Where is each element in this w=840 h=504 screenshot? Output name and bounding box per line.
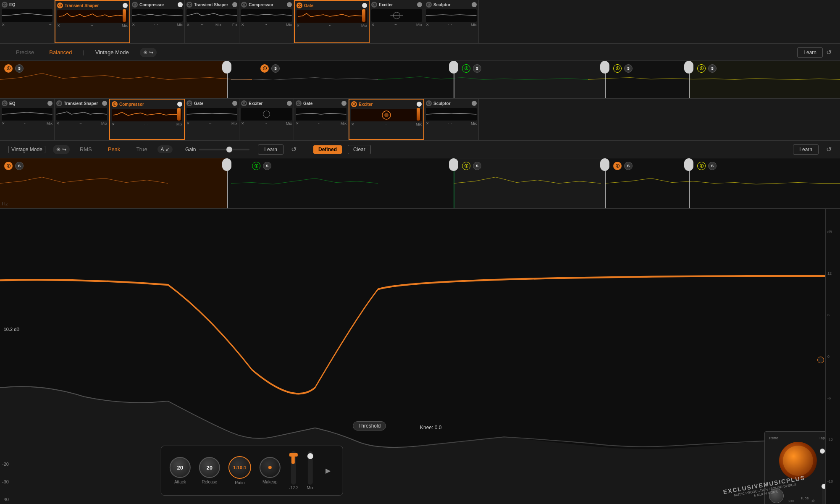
power-btn-transient1[interactable]: ⓘ: [57, 3, 63, 8]
power-btn-eq1[interactable]: ⓘ: [2, 2, 8, 8]
playhead-handle-4[interactable]: [684, 61, 693, 74]
plugin-slot-transient2[interactable]: ⓘ Transient Shaper ✕⋯MixFix: [185, 0, 239, 43]
track2-handle-2[interactable]: [449, 158, 458, 171]
tab-balanced[interactable]: Balanced: [42, 47, 79, 58]
power-btn-eq2[interactable]: ⓘ: [2, 100, 8, 106]
curve-icon[interactable]: ↪: [149, 50, 153, 55]
play-button[interactable]: ▶: [322, 465, 334, 477]
plugin-slot-eq-1[interactable]: ⓘ EQ ✕⋯: [0, 0, 55, 43]
mix-fader-track2[interactable]: [307, 451, 312, 485]
plugin-slot-comp3[interactable]: ⓘ Compressor ✕⋯Mix: [109, 99, 185, 140]
refresh-icon-1[interactable]: ↺: [826, 48, 832, 56]
retro-btn[interactable]: Retro: [769, 436, 778, 440]
power-btn-exciter2[interactable]: ⓘ: [241, 100, 247, 106]
plugin-slot-sculptor1[interactable]: ⓘ Sculptor ✕⋯Mix: [424, 0, 479, 43]
plugin-slot-exciter1[interactable]: ⓘ Exciter ✕⋯Mix: [370, 0, 424, 43]
power-btn-gate2[interactable]: ⓘ: [186, 100, 192, 106]
track-area-1: ⓘ S ⓘ S ⓘ S ⓘ S ⓘ S: [0, 61, 840, 99]
plugin-slot-exciter2[interactable]: ⓘ Exciter ✕⋯Mix: [239, 99, 294, 140]
playhead-handle-1[interactable]: [222, 61, 231, 74]
mix-fader-thumb2[interactable]: [307, 453, 313, 459]
plugin-controls-gate3: ✕⋯Mix: [296, 121, 346, 126]
fader-thumb[interactable]: [289, 453, 298, 457]
a-l-group[interactable]: A ↙: [158, 145, 173, 153]
plugin-slot-gate3[interactable]: ⓘ Gate ✕⋯Mix: [294, 99, 349, 140]
plugin-slot-transient3[interactable]: ⓘ Transient Shaper ✕⋯Mix: [55, 99, 109, 140]
makeup-knob[interactable]: [260, 457, 281, 478]
tab-vintage-mode[interactable]: Vintage Mode: [88, 47, 136, 58]
tab-true[interactable]: True: [130, 144, 153, 155]
track2-handle-3[interactable]: [600, 158, 609, 171]
badge2-s-5: S: [708, 162, 717, 170]
mix-fader-track[interactable]: [291, 451, 296, 485]
waveform-eq2: [2, 108, 52, 121]
gain-slider-thumb[interactable]: [226, 147, 232, 152]
refresh-icon-3[interactable]: ↺: [826, 145, 832, 153]
plugin-slot-sculptor2[interactable]: ⓘ Sculptor ✕⋯Mix: [424, 99, 479, 140]
mix-knob-exciter3[interactable]: [417, 108, 420, 121]
threshold-label: Threshold: [353, 421, 386, 430]
power-btn-transient3[interactable]: ⓘ: [56, 100, 62, 106]
attack-knob[interactable]: 20: [170, 457, 191, 478]
knee-label: Knee: 0.0: [420, 425, 441, 430]
power-btn-comp3[interactable]: ⓘ: [112, 101, 118, 107]
plugin-slot-transient1[interactable]: ⓘ Transient Shaper ✕⋯Mix: [55, 0, 130, 43]
playhead-handle-2[interactable]: [449, 61, 458, 74]
power-btn-gate3[interactable]: ⓘ: [296, 100, 302, 106]
ratio-knob[interactable]: 1:10:1: [228, 456, 251, 479]
tab-rms[interactable]: RMS: [74, 144, 98, 155]
power-btn-exciter1[interactable]: ⓘ: [371, 2, 377, 8]
mode-separator: |: [83, 50, 84, 55]
power-btn-sculptor1[interactable]: ⓘ: [426, 2, 432, 8]
retro-mix-dot[interactable]: [820, 449, 825, 454]
learn-button-2[interactable]: Learn: [258, 144, 284, 155]
clear-button[interactable]: Clear: [348, 145, 371, 154]
plugin-slot-comp2[interactable]: ⓘ Compressor ✕⋯Mix: [239, 0, 294, 43]
tab-precise[interactable]: Precise: [8, 47, 42, 58]
release-knob[interactable]: 20: [199, 457, 220, 478]
plugin-controls-comp2: ✕⋯Mix: [241, 23, 292, 27]
track2-handle-4[interactable]: [684, 158, 693, 171]
asterisk-icon[interactable]: ✳: [143, 50, 147, 55]
learn-button-1[interactable]: Learn: [797, 47, 823, 58]
badge-s-1: S: [15, 64, 24, 73]
power-btn-exciter3[interactable]: ⓘ: [351, 101, 357, 107]
db-12: 12: [827, 271, 838, 276]
gain-slider[interactable]: [199, 149, 249, 150]
plugin-slot-gate1[interactable]: ⓘ Gate ✕⋯Mix: [294, 0, 370, 43]
waveform-comp1: [132, 9, 183, 22]
playhead-handle-3[interactable]: [600, 61, 609, 74]
mix-knob-gate1[interactable]: [362, 9, 365, 22]
mix-knob-transient1[interactable]: [123, 9, 126, 22]
power-btn-sculptor2[interactable]: ⓘ: [426, 100, 432, 106]
curve-icon-2[interactable]: ↪: [62, 147, 66, 152]
db-neg18: -18: [827, 479, 838, 483]
asterisk-icon-2[interactable]: ✳: [56, 147, 60, 152]
db-label: dB: [827, 230, 838, 234]
mix-knob-comp3[interactable]: [177, 108, 181, 121]
plugin-slot-exciter3[interactable]: ⓘ Exciter ✕⋯Mix: [349, 99, 424, 140]
power-btn-gate1[interactable]: ⓘ: [297, 3, 302, 8]
mode-icons[interactable]: ✳ ↪: [140, 48, 157, 57]
waveform-transient3: [56, 108, 107, 121]
waveform-eq1: [2, 9, 52, 22]
tab-peak[interactable]: Peak: [102, 144, 126, 155]
power-btn-transient2[interactable]: ⓘ: [186, 2, 192, 8]
db-neg12: -12: [827, 438, 838, 442]
right-edge-indicator: [817, 357, 824, 363]
track2-handle-1[interactable]: [222, 158, 231, 171]
comp-mode-icons[interactable]: ✳ ↪: [53, 145, 70, 154]
plugin-slot-eq2[interactable]: ⓘ EQ ✕⋯Mix: [0, 99, 55, 140]
learn-button-3[interactable]: Learn: [793, 144, 819, 155]
plugin-slot-gate2[interactable]: ⓘ Gate ✕⋯Mix: [185, 99, 239, 140]
refresh-icon-2[interactable]: ↺: [291, 145, 297, 153]
plugin-controls-transient1: ✕⋯Mix: [57, 24, 128, 28]
track2-badges-seg4: ⓘ S: [613, 162, 633, 170]
power-btn-comp2[interactable]: ⓘ: [241, 2, 247, 8]
mix-label-transient1: Mix: [122, 24, 128, 28]
svg-point-4: [384, 113, 388, 117]
defined-button[interactable]: Defined: [313, 145, 342, 154]
power-btn-comp1[interactable]: ⓘ: [132, 2, 138, 8]
vintage-mode-label: Vintage Mode: [8, 146, 45, 153]
plugin-slot-comp1[interactable]: ⓘ Compressor ✕⋯Mix: [130, 0, 185, 43]
